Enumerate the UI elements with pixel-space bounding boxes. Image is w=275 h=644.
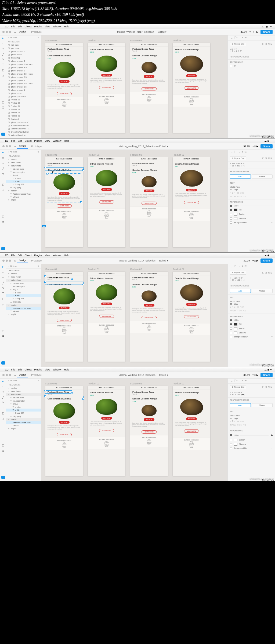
layer-item[interactable]: ▿nav top (6, 272, 41, 275)
layer-item[interactable]: ▢Smoothie Vanilla Start – 1 (6, 124, 41, 127)
layer-item[interactable]: ▢iphone push menu – 1 (6, 121, 41, 124)
menu-help[interactable]: Help (64, 25, 69, 28)
menu-view[interactable]: View (45, 25, 50, 28)
tab-design[interactable]: Design (17, 30, 28, 34)
pen-tool-icon[interactable]: ✎ (2, 58, 5, 61)
opacity-check[interactable] (230, 65, 232, 67)
layer-item[interactable]: ▭bkgd gray (6, 415, 41, 418)
share-button[interactable]: Share (260, 144, 273, 148)
layer-item[interactable]: ▢Feature 02 (6, 111, 41, 114)
layer-item[interactable]: ▢iphone home (6, 53, 41, 56)
buy-button[interactable]: BUY NOW (186, 74, 197, 77)
layer-item[interactable]: ▿Group 527 (6, 183, 41, 186)
layer-item[interactable]: ▢iphone prepare 3.5 (6, 66, 41, 69)
tab-prototype[interactable]: Prototype (30, 30, 43, 34)
layer-item[interactable]: TView All (6, 310, 41, 313)
layer-item[interactable]: Ta price (6, 177, 41, 180)
layer-item[interactable]: ▢iphone home – 1 (6, 50, 41, 53)
layer-item[interactable]: Ta title (6, 294, 41, 297)
close-dot[interactable] (2, 31, 5, 33)
layer-item[interactable]: ▢Product 02 (6, 101, 41, 105)
layer-item[interactable]: Ttea description (6, 399, 41, 402)
artboard-label[interactable]: Product 02 (173, 39, 184, 42)
layer-item[interactable]: ▢iphone prepare 4 (6, 60, 41, 63)
rectangle-tool-icon[interactable]: ▭ (2, 42, 5, 45)
layer-item[interactable]: ▢iphone prepare 3 (6, 69, 41, 72)
assets-icon[interactable]: ◫ (2, 101, 5, 104)
learn-more-button[interactable]: LEARN MORE (57, 92, 71, 95)
layer-item[interactable]: ▿Img A (6, 402, 41, 406)
artboard-label[interactable]: Feature 02 (130, 39, 142, 42)
repeat-grid-button[interactable]: ⊞ Repeat Grid (230, 42, 246, 46)
border-check[interactable] (230, 213, 232, 215)
layer-item[interactable]: ▿Img B (6, 427, 41, 430)
auto-button[interactable]: Auto (230, 174, 251, 179)
layer-item[interactable]: TFeatured Loose Teas (6, 192, 41, 195)
menu-file[interactable]: File (11, 25, 15, 28)
comment-icon[interactable] (1, 133, 5, 136)
layer-item[interactable]: ▢iphone prepare 3.5 – back (6, 63, 41, 66)
text-tool-icon[interactable]: T (2, 63, 5, 67)
layer-item[interactable]: ▿feature hero (6, 279, 41, 282)
opacity-value[interactable]: 100% (234, 205, 238, 207)
menu-edit[interactable]: Edit (18, 25, 22, 28)
layer-item[interactable]: ▢web home (6, 43, 41, 47)
layer-item[interactable]: ▿menu footer (6, 390, 41, 393)
cloud-icon[interactable]: ☁ (261, 25, 264, 28)
artboard-product-02[interactable]: Product 02 MATCHA GOODNESS Sencha Coconu… (173, 43, 210, 133)
layer-item[interactable]: ▢Matcha Recipes (6, 137, 41, 138)
layer-item[interactable]: ▢iphone prepare 1 (6, 89, 41, 92)
canvas[interactable]: ➤ Feature 01 MATCHA GOODNESS Featured Lo… (41, 35, 227, 138)
mobile-preview-icon[interactable]: ▯ (253, 31, 254, 33)
bgblur-check[interactable] (230, 221, 232, 224)
layer-item[interactable]: ▢iphone prepare 2 (6, 79, 41, 82)
layers-icon[interactable]: ≣ (2, 106, 5, 109)
repeat-grid-button[interactable]: ⊞ Repeat Grid (230, 157, 246, 160)
layer-item[interactable]: ▿Group 527 (6, 412, 41, 415)
text-spacing-icons[interactable]: AV 10 ≡ 19 ¶ 0 (230, 195, 273, 198)
layer-item[interactable]: ▢iphone home (6, 92, 41, 95)
layer-item[interactable]: ▿Img A (6, 174, 41, 177)
layer-item[interactable]: ▢iphone prepare 1.5 – back (6, 82, 41, 85)
max-dot[interactable] (9, 31, 11, 33)
layer-item[interactable]: ▢iphone prepare 2.5 – back (6, 72, 41, 76)
learn-more-button[interactable]: LEARN MORE (142, 87, 156, 90)
fill-check[interactable] (230, 209, 232, 211)
layer-item[interactable]: ▿feature hero (6, 393, 41, 396)
layer-item[interactable]: Ta price (6, 406, 41, 409)
more-icon[interactable]: ⋯ (270, 25, 273, 28)
font-weight[interactable]: Light (234, 189, 238, 191)
select-tool-icon[interactable]: ▸ (2, 37, 5, 40)
chevron-down-icon[interactable]: ▾ (165, 31, 167, 33)
manual-button[interactable]: Manual (252, 174, 273, 179)
fill-swatch[interactable] (234, 209, 237, 211)
layer-item[interactable]: ▢Matcha Smoothies (6, 134, 41, 137)
tab-prototype[interactable]: Prototype (30, 144, 43, 148)
layer-item[interactable]: ▿Img B (6, 313, 41, 316)
user-icon[interactable]: ◉ (266, 25, 268, 28)
artboard-feature-02[interactable]: Feature 02 MATCHA GOODNESS Featured Loos… (130, 43, 168, 133)
doc-title[interactable]: Matcha_Working_XD17_Selection — Edited (117, 31, 164, 33)
learn-more-button[interactable]: LEARN MORE (99, 86, 114, 89)
artboard-label[interactable]: Product 01 (88, 39, 100, 42)
border-swatch[interactable] (234, 213, 237, 216)
layer-item[interactable]: TFeatured Loose Teas (6, 421, 41, 424)
menu-plugins[interactable]: Plugins (34, 25, 42, 28)
layer-item[interactable]: ▿menu footer (6, 275, 41, 279)
font-select[interactable]: Mic 32 New (230, 186, 273, 188)
app-name[interactable]: XD (5, 25, 9, 28)
menu-window[interactable]: Window (53, 25, 61, 28)
layer-item[interactable]: ▿btn lern more (6, 282, 41, 285)
layer-item[interactable]: ▢iphone push menu (6, 95, 41, 98)
layer-item[interactable]: TView All (6, 195, 41, 198)
boolean-ops-icons[interactable]: ◧ ◨ ◩ ◪ (262, 43, 273, 45)
layer-item[interactable]: TView All (6, 424, 41, 427)
artboard-feature-01[interactable]: Feature 01 MATCHA GOODNESS Featured Loos… (45, 157, 83, 247)
layer-item[interactable]: ▿header (6, 304, 41, 307)
layer-item[interactable]: ▿header (6, 418, 41, 421)
layer-item[interactable]: Ttea description (6, 171, 41, 174)
layer-item[interactable]: ▿header (6, 189, 41, 192)
layer-item[interactable]: ▢ipad home (6, 47, 41, 50)
layer-item[interactable]: Ta title (6, 409, 41, 412)
layer-item[interactable]: ▢iPhone faq (6, 56, 41, 60)
